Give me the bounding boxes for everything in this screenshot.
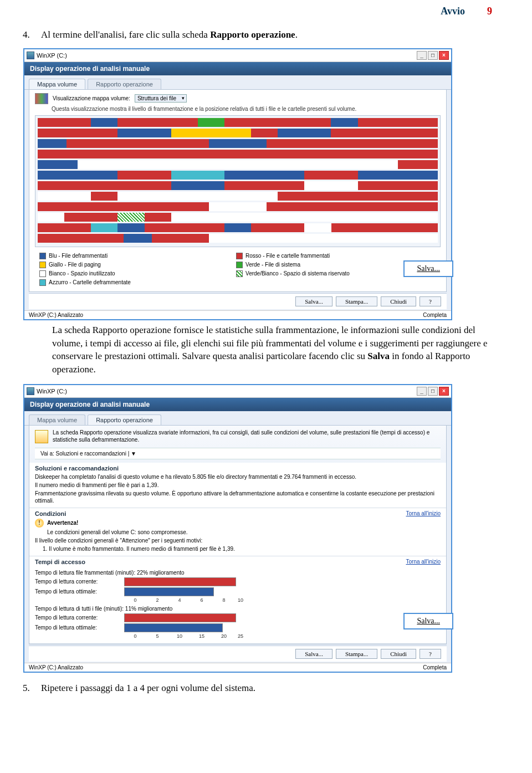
screenshot-volume-map: WinXP (C:) _ □ × Display operazione di a… bbox=[23, 48, 452, 320]
step-5: Ripetere i passaggi da 1 a 4 per ogni vo… bbox=[32, 682, 532, 695]
bar-current bbox=[124, 577, 236, 586]
tab-volume-map[interactable]: Mappa volume bbox=[29, 79, 85, 89]
maximize-button[interactable]: □ bbox=[428, 51, 438, 60]
window-titlebar: WinXP (C:) _ □ × bbox=[24, 49, 451, 62]
paragraph-report-desc: La scheda Rapporto operazione fornisce l… bbox=[52, 324, 499, 376]
save-callout[interactable]: Salva... bbox=[403, 613, 453, 629]
swatch-cyan-icon bbox=[39, 279, 46, 286]
bar-optimal bbox=[124, 623, 223, 632]
close-button[interactable]: × bbox=[439, 387, 449, 396]
back-to-top-link[interactable]: Torna all'inizio bbox=[406, 510, 441, 519]
button-bar: Salva... Stampa... Chiudi ? bbox=[29, 646, 447, 662]
window-subtitle: Display operazione di analisi manuale bbox=[24, 62, 451, 75]
minimize-button[interactable]: _ bbox=[417, 51, 427, 60]
chart-all-read: Tempo di lettura di tutti i file (minuti… bbox=[35, 605, 441, 639]
swatch-blue-icon bbox=[39, 253, 46, 259]
app-icon bbox=[27, 52, 34, 59]
print-button[interactable]: Stampa... bbox=[336, 649, 377, 659]
pdf-page-number: 9 bbox=[487, 6, 492, 17]
tab-volume-map[interactable]: Mappa volume bbox=[29, 414, 85, 425]
swatch-green-icon bbox=[236, 262, 243, 268]
panel-volume-map: Visualizzazione mappa volume: Struttura … bbox=[29, 90, 447, 292]
volume-map-icon bbox=[35, 93, 48, 104]
save-callout[interactable]: Salva... bbox=[403, 260, 453, 277]
section-solutions: Soluzioni e raccomandazioni Diskeeper ha… bbox=[29, 463, 446, 508]
status-right: Completa bbox=[423, 312, 447, 318]
swatch-hatch-icon bbox=[236, 270, 243, 277]
instruction-list: Ripetere i passaggi da 1 a 4 per ogni vo… bbox=[32, 682, 532, 695]
window-title: WinXP (C:) bbox=[37, 388, 67, 395]
page-header: Avvio 9 bbox=[0, 0, 532, 19]
tab-operation-report[interactable]: Rapporto operazione bbox=[88, 414, 161, 425]
back-to-top-link[interactable]: Torna all'inizio bbox=[406, 559, 441, 567]
screenshot-operation-report: WinXP (C:) _ □ × Display operazione di a… bbox=[23, 384, 452, 673]
bar-current bbox=[124, 613, 236, 622]
tab-bar: Mappa volume Rapporto operazione bbox=[24, 411, 451, 426]
warning-icon: ! bbox=[35, 519, 44, 528]
section-title: Condizioni bbox=[35, 510, 66, 517]
viz-description: Questa visualizzazione mostra il livello… bbox=[52, 106, 441, 112]
viz-label: Visualizzazione mappa volume: bbox=[53, 95, 130, 101]
button-bar: Salva... Stampa... Chiudi ? bbox=[29, 293, 447, 309]
window-title: WinXP (C:) bbox=[37, 52, 67, 59]
swatch-red-icon bbox=[236, 253, 243, 259]
viz-mode-combo[interactable]: Struttura dei file bbox=[135, 94, 187, 103]
warning-label: Avvertenza! bbox=[47, 520, 78, 526]
close-button[interactable]: × bbox=[439, 51, 449, 60]
swatch-white-icon bbox=[39, 270, 46, 277]
chart-fragmented-read: Tempo di lettura file frammentati (minut… bbox=[35, 569, 441, 603]
section-conditions: CondizioniTorna all'inizio !Avvertenza! … bbox=[29, 508, 446, 556]
step-4: Al termine dell'analisi, fare clic sulla… bbox=[32, 28, 532, 42]
section-title: Tempi di accesso bbox=[35, 559, 85, 565]
maximize-button[interactable]: □ bbox=[428, 387, 438, 396]
section-title: Soluzioni e raccomandazioni bbox=[35, 465, 441, 472]
tab-operation-report[interactable]: Rapporto operazione bbox=[88, 79, 161, 89]
close-dialog-button[interactable]: Chiudi bbox=[381, 649, 416, 659]
tab-bar: Mappa volume Rapporto operazione bbox=[24, 75, 451, 90]
report-intro: La scheda Rapporto operazione visualizza… bbox=[35, 429, 441, 443]
help-button[interactable]: ? bbox=[420, 649, 441, 659]
report-panel: La scheda Rapporto operazione visualizza… bbox=[29, 426, 447, 644]
swatch-yellow-icon bbox=[39, 262, 46, 268]
window-titlebar: WinXP (C:) _ □ × bbox=[24, 385, 451, 398]
pdf-section-title: Avvio bbox=[441, 6, 465, 17]
app-icon bbox=[27, 387, 34, 395]
axis-2: 0510152025 bbox=[124, 633, 441, 639]
legend: Blu - File deframmentati Rosso - File e … bbox=[35, 250, 441, 288]
status-bar: WinXP (C:) Analizzato Completa bbox=[24, 663, 451, 672]
volume-map-display bbox=[35, 115, 441, 247]
window-subtitle: Display operazione di analisi manuale bbox=[24, 398, 451, 411]
print-button[interactable]: Stampa... bbox=[336, 296, 377, 306]
status-right: Completa bbox=[423, 664, 447, 670]
save-button[interactable]: Salva... bbox=[295, 296, 332, 306]
section-access-times: Tempi di accessoTorna all'inizio Tempo d… bbox=[29, 556, 446, 644]
bar-optimal bbox=[124, 587, 214, 596]
minimize-button[interactable]: _ bbox=[417, 387, 427, 396]
status-left: WinXP (C:) Analizzato bbox=[29, 664, 83, 670]
close-dialog-button[interactable]: Chiudi bbox=[381, 296, 416, 306]
instruction-list: Al termine dell'analisi, fare clic sulla… bbox=[32, 28, 532, 42]
status-left: WinXP (C:) Analizzato bbox=[29, 312, 83, 318]
report-icon bbox=[35, 430, 48, 443]
status-bar: WinXP (C:) Analizzato Completa bbox=[24, 310, 451, 319]
help-button[interactable]: ? bbox=[420, 296, 441, 306]
axis-1: 0246810 bbox=[124, 597, 441, 603]
save-button[interactable]: Salva... bbox=[295, 649, 332, 659]
goto-dropdown[interactable]: Vai a: Soluzioni e raccomandazioni | ▼ bbox=[35, 448, 441, 459]
